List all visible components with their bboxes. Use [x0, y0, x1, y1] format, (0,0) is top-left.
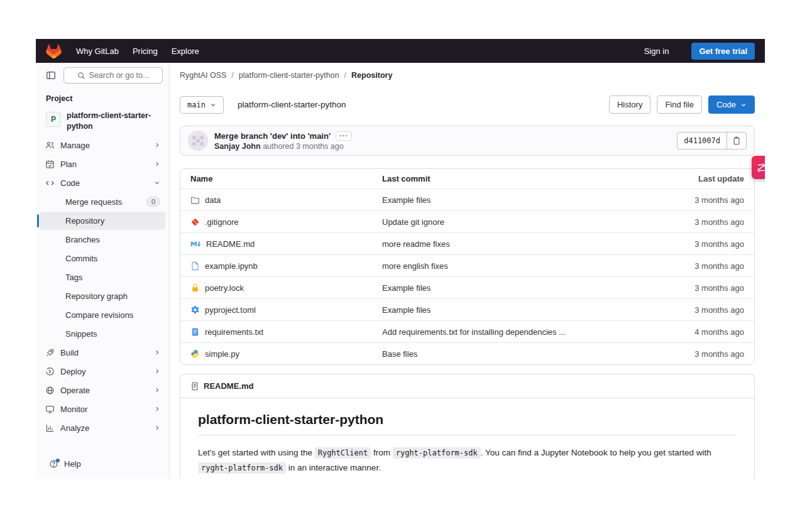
- inline-code: ryght-platform-sdk: [393, 447, 481, 459]
- file-link[interactable]: simple.py: [190, 349, 382, 359]
- file-link[interactable]: README.md: [190, 239, 382, 249]
- document-icon: [190, 382, 199, 391]
- table-row: data Example files 3 months ago: [180, 188, 754, 210]
- python-icon: [190, 349, 200, 359]
- table-row: example.ipynb more english fixes 3 month…: [180, 254, 754, 276]
- commit-expand-button[interactable]: ···: [336, 131, 352, 141]
- chevron-down-icon: [210, 102, 216, 108]
- last-update-cell: 3 months ago: [662, 305, 744, 315]
- commit-sha: d411007d: [678, 133, 727, 149]
- commit-author[interactable]: Sanjay John: [214, 142, 261, 151]
- commit-message-link[interactable]: more readme fixes: [382, 239, 662, 249]
- deploy-icon: [45, 366, 55, 376]
- merge-requests-count-badge: 0: [146, 197, 160, 207]
- code-dropdown-button[interactable]: Code: [708, 95, 755, 114]
- chevron-right-icon: [154, 406, 160, 412]
- calendar-icon: [45, 159, 55, 169]
- gitlab-logo-icon[interactable]: [46, 43, 62, 58]
- sidebar-item-analyze[interactable]: Analyze: [40, 419, 165, 437]
- file-table: Name Last commit Last update data Exampl…: [180, 168, 755, 365]
- sidebar-item-compare-revisions[interactable]: Compare revisions: [40, 306, 165, 324]
- commit-message-link[interactable]: Example files: [382, 195, 662, 205]
- inline-code: RyghtClient: [315, 447, 371, 459]
- file-link[interactable]: .gitignore: [190, 217, 382, 227]
- chevron-right-icon: [154, 387, 160, 393]
- repo-path-label: platform-client-starter-python: [238, 100, 346, 109]
- sidebar-item-build[interactable]: Build: [40, 344, 165, 362]
- last-update-cell: 3 months ago: [662, 217, 744, 227]
- sidebar-project-item[interactable]: P platform-client-starter-python: [40, 107, 165, 136]
- copy-sha-button[interactable]: [727, 133, 746, 149]
- search-input[interactable]: Search or go to...: [63, 67, 163, 84]
- search-placeholder: Search or go to...: [89, 71, 150, 80]
- table-row: poetry.lock Example files 3 months ago: [180, 276, 754, 298]
- nav-link-pricing[interactable]: Pricing: [133, 46, 158, 56]
- chevron-down-icon: [154, 180, 160, 186]
- file-link[interactable]: pyproject.toml: [190, 305, 382, 315]
- users-icon: [45, 140, 55, 150]
- sidebar-item-operate[interactable]: Operate: [40, 381, 165, 400]
- sidebar-item-plan[interactable]: Plan: [40, 155, 165, 173]
- last-commit-card: Merge branch 'dev' into 'main' ··· Sanja…: [180, 126, 755, 156]
- commit-message-link[interactable]: Example files: [382, 305, 662, 315]
- commit-title[interactable]: Merge branch 'dev' into 'main': [214, 131, 331, 141]
- file-link[interactable]: poetry.lock: [190, 283, 382, 293]
- sidebar-item-code[interactable]: Code: [40, 174, 165, 192]
- readme-title: platform-client-starter-python: [198, 412, 737, 435]
- sidebar-item-tags[interactable]: Tags: [40, 268, 165, 286]
- commit-authored-time: authored 3 months ago: [263, 142, 344, 151]
- breadcrumb-group[interactable]: RyghtAI OSS: [180, 71, 226, 80]
- history-button[interactable]: History: [609, 95, 650, 114]
- chevron-right-icon: [154, 349, 160, 356]
- last-update-cell: 3 months ago: [662, 283, 744, 293]
- chevron-right-icon: [154, 425, 160, 431]
- table-row: pyproject.toml Example files 3 months ag…: [180, 298, 754, 320]
- breadcrumb: RyghtAI OSS / platform-client-starter-py…: [170, 63, 765, 88]
- chevron-right-icon: [154, 368, 160, 374]
- commit-message-link[interactable]: more english fixes: [382, 261, 662, 271]
- file-link[interactable]: example.ipynb: [190, 261, 382, 271]
- screen-capture-extension-badge[interactable]: [752, 156, 765, 179]
- sidebar-item-snippets[interactable]: Snippets: [40, 325, 165, 343]
- table-row: .gitignore Update git ignore 3 months ag…: [180, 210, 754, 232]
- chevron-right-icon: [154, 161, 160, 167]
- file-link[interactable]: requirements.txt: [190, 327, 382, 337]
- nav-link-explore[interactable]: Explore: [172, 46, 199, 56]
- col-name: Name: [190, 174, 382, 183]
- commit-message-link[interactable]: Example files: [382, 283, 662, 293]
- collapse-sidebar-icon[interactable]: [45, 69, 57, 82]
- sidebar-item-commits[interactable]: Commits: [40, 249, 165, 268]
- sidebar: Search or go to... Project P platform-cl…: [36, 63, 170, 479]
- sidebar-item-repository-graph[interactable]: Repository graph: [40, 287, 165, 305]
- sidebar-item-monitor[interactable]: Monitor: [40, 400, 165, 418]
- sidebar-item-deploy[interactable]: Deploy: [40, 362, 165, 381]
- breadcrumb-project[interactable]: platform-client-starter-python: [239, 71, 339, 80]
- z-arrow-icon: [755, 162, 765, 173]
- find-file-button[interactable]: Find file: [657, 95, 702, 114]
- table-row: README.md more readme fixes 3 months ago: [180, 232, 754, 254]
- readme-file-header[interactable]: README.md: [180, 374, 754, 398]
- col-last-commit: Last commit: [382, 174, 662, 183]
- sidebar-item-manage[interactable]: Manage: [40, 136, 165, 155]
- commit-message-link[interactable]: Update git ignore: [382, 217, 662, 227]
- globe-icon: [45, 385, 55, 395]
- sidebar-item-branches[interactable]: Branches: [40, 231, 165, 249]
- get-free-trial-button[interactable]: Get free trial: [691, 43, 755, 60]
- breadcrumb-current: Repository: [351, 71, 392, 80]
- sidebar-item-help[interactable]: Help: [43, 455, 162, 473]
- inline-code: ryght-platform-sdk: [198, 462, 286, 474]
- commit-message-link[interactable]: Base files: [382, 349, 662, 359]
- last-update-cell: 3 months ago: [662, 239, 744, 249]
- commit-message-link[interactable]: Add requirements.txt for installing depe…: [382, 327, 662, 337]
- sidebar-item-merge-requests[interactable]: Merge requests 0: [40, 193, 165, 211]
- commit-sha-group: d411007d: [677, 132, 747, 150]
- sidebar-item-repository[interactable]: Repository: [40, 212, 165, 230]
- file-table-header: Name Last commit Last update: [180, 169, 754, 188]
- sign-in-link[interactable]: Sign in: [644, 46, 669, 56]
- commit-author-avatar[interactable]: [188, 131, 208, 151]
- last-update-cell: 3 months ago: [662, 261, 744, 271]
- nav-link-why-gitlab[interactable]: Why GitLab: [76, 46, 119, 56]
- branch-selector[interactable]: main: [180, 96, 224, 114]
- file-link[interactable]: data: [190, 195, 382, 205]
- clipboard-icon: [732, 136, 741, 145]
